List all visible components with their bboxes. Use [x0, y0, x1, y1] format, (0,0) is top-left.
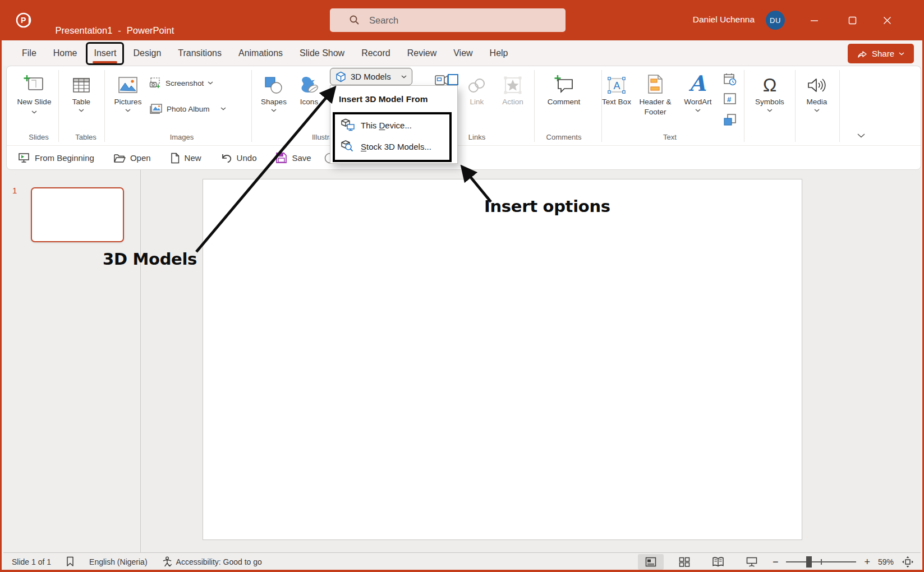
action-star-icon — [503, 71, 522, 94]
accessibility-label: Accessibility: Good to go — [176, 557, 262, 566]
tab-home[interactable]: Home — [45, 40, 86, 66]
table-button[interactable]: Table — [63, 71, 99, 113]
slide-number-button[interactable]: # — [723, 93, 737, 106]
slide-1-thumbnail[interactable] — [31, 187, 124, 242]
header-footer-button[interactable]: Header & Footer — [639, 71, 672, 117]
search-icon — [349, 15, 360, 26]
language-button[interactable]: English (Nigeria) — [89, 557, 147, 566]
pictures-label: Pictures — [114, 97, 142, 107]
menu-item-label: Stock 3D Models... — [361, 142, 431, 151]
zoom-level[interactable]: 59% — [878, 557, 894, 566]
tab-file[interactable]: File — [13, 40, 45, 66]
photo-album-button[interactable]: Photo Album — [149, 101, 226, 117]
pictures-icon — [118, 71, 138, 94]
slide-show-view-button[interactable] — [739, 554, 765, 570]
svg-text:A: A — [614, 80, 620, 91]
new-slide-label: New Slide — [17, 98, 52, 106]
search-box[interactable]: Search — [330, 8, 566, 32]
wordart-button[interactable]: A WordArt — [680, 71, 716, 113]
tab-help[interactable]: Help — [481, 40, 517, 66]
user-name[interactable]: Daniel Uchenna — [693, 15, 755, 25]
share-icon — [857, 49, 867, 58]
powerpoint-logo-icon[interactable]: P — [15, 11, 33, 29]
3d-models-button[interactable]: 3D Models — [330, 68, 412, 85]
link-icon — [467, 71, 487, 94]
fit-slide-to-window-button[interactable] — [902, 556, 914, 568]
collapse-ribbon-button[interactable] — [853, 129, 870, 142]
3d-models-button-label: 3D Models — [351, 72, 391, 81]
group-divider — [251, 70, 252, 142]
tab-slide-show[interactable]: Slide Show — [291, 40, 353, 66]
zoom-slider[interactable] — [786, 556, 856, 568]
minimize-button[interactable] — [798, 0, 830, 40]
link-button[interactable]: Link — [461, 71, 493, 107]
new-slide-icon — [23, 71, 45, 94]
group-divider — [744, 70, 744, 142]
shapes-label: Shapes — [261, 97, 287, 107]
screenshot-button[interactable]: Screenshot — [149, 75, 213, 91]
accessibility-button[interactable]: Accessibility: Good to go — [162, 556, 262, 567]
chevron-down-icon — [695, 109, 701, 113]
menu-items-annotation-box: This Device... Stock 3D Models... — [333, 112, 452, 162]
save-button[interactable]: Save — [275, 152, 311, 164]
comment-button[interactable]: Comment — [546, 71, 582, 107]
slide-number: 1 — [12, 186, 17, 195]
chevron-down-icon — [220, 107, 226, 110]
3d-cube-icon — [335, 71, 346, 82]
slide-indicator-label: Slide 1 of 1 — [12, 557, 51, 566]
menu-item-stock-3d-models[interactable]: Stock 3D Models... — [335, 136, 449, 157]
slide-indicator[interactable]: Slide 1 of 1 — [12, 557, 51, 566]
status-bar: Slide 1 of 1 English (Nigeria) — [3, 552, 921, 570]
group-divider — [58, 70, 59, 142]
text-box-label: Text Box — [602, 97, 631, 107]
tab-review[interactable]: Review — [399, 40, 445, 66]
open-folder-icon — [113, 153, 126, 163]
maximize-button[interactable] — [836, 0, 868, 40]
text-box-button[interactable]: A Text Box — [601, 71, 632, 107]
ribbon-strip: New Slide Slides Table Tables — [7, 66, 921, 145]
tab-animations[interactable]: Animations — [230, 40, 291, 66]
chevron-down-icon — [401, 75, 407, 79]
object-button[interactable] — [723, 113, 737, 127]
symbols-label: Symbols — [755, 97, 784, 107]
icons-label: Icons — [300, 97, 318, 107]
chevron-down-icon — [271, 109, 277, 113]
close-button[interactable] — [871, 0, 903, 40]
menu-item-this-device[interactable]: This Device... — [335, 114, 449, 136]
slide-canvas[interactable] — [203, 179, 802, 540]
new-slide-button[interactable]: New Slide — [16, 71, 52, 117]
normal-view-button[interactable] — [638, 554, 664, 570]
tab-record[interactable]: Record — [353, 40, 399, 66]
spell-check-button[interactable] — [66, 556, 75, 567]
action-button[interactable]: Action — [496, 71, 530, 107]
date-time-button[interactable] — [723, 73, 737, 86]
zoom-in-button[interactable]: + — [864, 557, 870, 567]
slide-sorter-view-button[interactable] — [672, 554, 697, 570]
zoom-slider-center-tick — [821, 559, 822, 565]
tab-design[interactable]: Design — [125, 40, 169, 66]
menu-item-label: This Device... — [361, 121, 412, 130]
share-button[interactable]: Share — [848, 44, 914, 63]
open-button[interactable]: Open — [113, 153, 151, 163]
search-placeholder: Search — [369, 15, 398, 26]
zoom-slider-handle[interactable] — [806, 556, 812, 568]
media-button[interactable]: Media — [799, 71, 835, 113]
reading-view-button[interactable] — [705, 554, 731, 570]
pictures-button[interactable]: Pictures — [110, 71, 146, 113]
icons-button[interactable]: Icons — [291, 71, 327, 107]
undo-button[interactable]: Undo — [220, 153, 257, 164]
group-label-tables: Tables — [69, 133, 103, 141]
new-button[interactable]: New — [170, 153, 201, 164]
from-beginning-icon — [18, 153, 30, 164]
from-beginning-button[interactable]: From Beginning — [18, 153, 94, 164]
user-avatar[interactable]: DU — [766, 11, 785, 30]
tab-insert[interactable]: Insert — [85, 40, 125, 66]
annotation-3d-models-label: 3D Models — [103, 250, 197, 269]
table-icon — [72, 71, 91, 94]
header-footer-label: Header & Footer — [639, 97, 672, 117]
zoom-out-button[interactable]: − — [773, 557, 779, 567]
tab-view[interactable]: View — [445, 40, 481, 66]
shapes-button[interactable]: Shapes — [256, 71, 292, 113]
symbols-button[interactable]: Ω Symbols — [752, 71, 788, 113]
tab-transitions[interactable]: Transitions — [169, 40, 230, 66]
